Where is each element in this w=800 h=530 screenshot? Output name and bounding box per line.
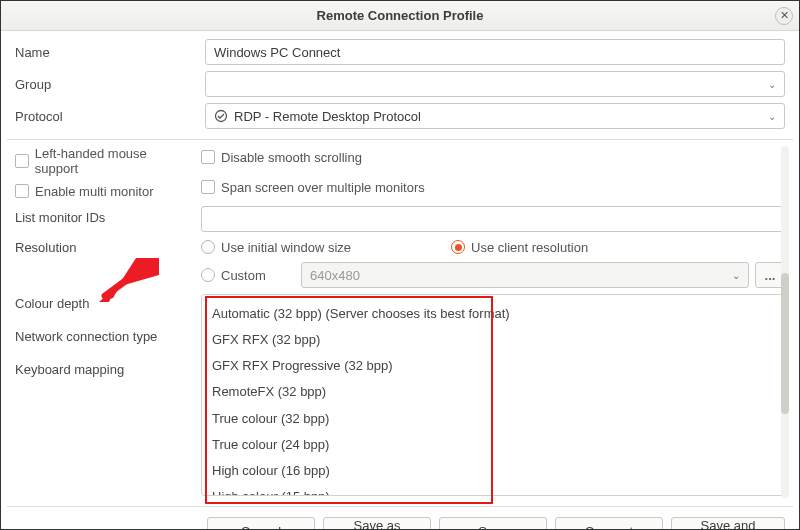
options-panel: Left-handed mouse support Disable smooth…: [7, 139, 793, 507]
multi-monitor-label: Enable multi monitor: [35, 184, 154, 199]
list-monitor-ids-label: List monitor IDs: [15, 206, 201, 225]
chevron-down-icon: ⌄: [768, 79, 776, 90]
colour-depth-option[interactable]: High colour (16 bpp): [202, 458, 784, 484]
colour-depth-option[interactable]: RemoteFX (32 bpp): [202, 379, 784, 405]
resolution-client-label: Use client resolution: [471, 240, 588, 255]
resolution-label: Resolution: [15, 236, 201, 255]
close-icon: ✕: [780, 9, 789, 22]
radio-icon: [451, 240, 465, 254]
checkbox-icon: [201, 150, 215, 164]
resolution-custom-label: Custom: [221, 268, 266, 283]
checkbox-icon: [15, 154, 29, 168]
resolution-custom-radio[interactable]: Custom: [201, 264, 285, 286]
disable-smooth-scrolling-checkbox[interactable]: Disable smooth scrolling: [201, 146, 362, 168]
keyboard-mapping-label: Keyboard mapping: [15, 362, 201, 377]
profile-header: Name Group ⌄ Protocol RDP - Remote Deskt…: [1, 31, 799, 139]
footer-spacer: [15, 517, 199, 530]
left-handed-checkbox[interactable]: Left-handed mouse support: [15, 150, 191, 172]
colour-depth-label: Colour depth: [15, 296, 201, 311]
protocol-value: RDP - Remote Desktop Protocol: [234, 109, 421, 124]
window-title: Remote Connection Profile: [317, 8, 484, 23]
cancel-button[interactable]: Cancel: [207, 517, 315, 530]
radio-icon: [201, 268, 215, 282]
colour-depth-option[interactable]: Automatic (32 bpp) (Server chooses its b…: [202, 301, 784, 327]
left-handed-label: Left-handed mouse support: [35, 146, 191, 176]
network-type-label: Network connection type: [15, 329, 201, 344]
colour-depth-option[interactable]: True colour (32 bpp): [202, 406, 784, 432]
colour-depth-listbox[interactable]: Automatic (32 bpp) (Server chooses its b…: [201, 294, 785, 496]
protocol-combo[interactable]: RDP - Remote Desktop Protocol ⌄: [205, 103, 785, 129]
resolution-initial-radio[interactable]: Use initial window size: [201, 236, 351, 258]
save-as-default-button[interactable]: Save as Default: [323, 517, 431, 530]
disable-smooth-label: Disable smooth scrolling: [221, 150, 362, 165]
resolution-initial-label: Use initial window size: [221, 240, 351, 255]
colour-depth-option[interactable]: GFX RFX Progressive (32 bpp): [202, 353, 784, 379]
colour-depth-option[interactable]: True colour (24 bpp): [202, 432, 784, 458]
connect-button[interactable]: Connect: [555, 517, 663, 530]
radio-icon: [201, 240, 215, 254]
colour-depth-option[interactable]: GFX RFX (32 bpp): [202, 327, 784, 353]
save-button[interactable]: Save: [439, 517, 547, 530]
rdp-protocol-icon: [214, 109, 228, 123]
protocol-label: Protocol: [15, 109, 205, 124]
enable-multi-monitor-checkbox[interactable]: Enable multi monitor: [15, 180, 154, 202]
span-multiple-label: Span screen over multiple monitors: [221, 180, 425, 195]
list-monitor-ids-input[interactable]: [201, 206, 785, 232]
name-input[interactable]: [205, 39, 785, 65]
name-label: Name: [15, 45, 205, 60]
panel-scrollbar[interactable]: [781, 146, 789, 498]
span-multiple-checkbox[interactable]: Span screen over multiple monitors: [201, 176, 425, 198]
titlebar: Remote Connection Profile ✕: [1, 1, 799, 31]
group-combo[interactable]: ⌄: [205, 71, 785, 97]
dialog-footer: Cancel Save as Default Save Connect Save…: [1, 507, 799, 530]
scrollbar-thumb[interactable]: [781, 273, 789, 414]
resolution-client-radio[interactable]: Use client resolution: [451, 236, 588, 258]
group-label: Group: [15, 77, 205, 92]
save-and-connect-button[interactable]: Save and Connect: [671, 517, 785, 530]
resolution-custom-value: 640x480: [310, 268, 360, 283]
chevron-down-icon: ⌄: [732, 270, 740, 281]
close-button[interactable]: ✕: [775, 7, 793, 25]
resolution-custom-select: 640x480 ⌄: [301, 262, 749, 288]
ellipsis-icon: ...: [765, 268, 776, 283]
checkbox-icon: [15, 184, 29, 198]
svg-point-0: [216, 111, 227, 122]
checkbox-icon: [201, 180, 215, 194]
chevron-down-icon: ⌄: [768, 111, 776, 122]
colour-depth-option[interactable]: High colour (15 bpp): [202, 484, 784, 496]
